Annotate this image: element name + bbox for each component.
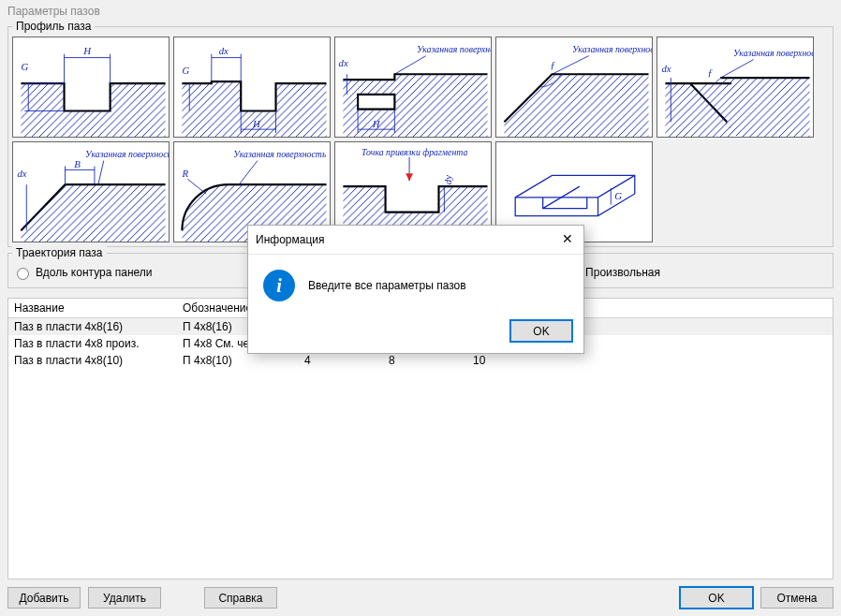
dim-dx: dx [219,45,229,56]
profile-thumbnails: H G dx [12,37,829,242]
info-icon: i [263,270,295,301]
dialog-body: i Введите все параметры пазов [248,255,583,313]
profile-single-chamfer[interactable]: Указанная поверхность ƒ [495,37,653,138]
dim-G2: G [182,65,189,76]
profile-side-slot[interactable]: Указанная поверхность dx H [334,37,492,138]
help-button[interactable]: Справка [204,587,277,609]
radio-contour-input[interactable] [17,268,29,280]
window-title: Параметры пазов [7,5,100,18]
dim-surface5: Указанная поверхность [733,48,813,58]
dim-fragment8: Точка привязки фрагмента [361,147,467,157]
add-button[interactable]: Добавить [7,587,81,609]
profile-rect-groove-dx[interactable]: dx G H [173,37,331,138]
dim-surface6: Указанная поверхность [85,149,169,159]
svg-line-27 [239,161,258,185]
dialog-titlebar: Информация ✕ [248,226,583,255]
titlebar: Параметры пазов [0,0,841,22]
table-row[interactable]: Паз в пласти 4х8(10) П 4х8(10) 4 8 10 [8,352,833,369]
cell: 4 [299,352,383,369]
dim-B6: B [74,158,81,169]
dialog-buttons: OK [248,313,583,353]
th-name: Название [8,299,177,318]
dim-surface4: Указанная поверхность [572,44,652,54]
dim-dx3: dx [339,57,348,68]
dim-G9: G [614,190,622,201]
dim-surface3: Указанная поверхность [417,44,491,54]
dim-fi4: ƒ [550,59,554,70]
profile-rect-groove[interactable]: H G [12,37,170,138]
cell: П 4х8(10) [177,352,299,369]
cell: Паз в пласти 4х8(16) [8,318,177,336]
groupbox-profiles: Профиль паза [7,26,834,247]
dialog-title-text: Информация [256,233,324,246]
profile-chamfer-b[interactable]: Указанная поверхность B dx [12,141,170,242]
svg-line-22 [98,161,104,185]
dim-surface7: Указанная поверхность [233,149,327,159]
cell: Паз в пласти 4х8(10) [8,352,177,369]
dim-fi5: ƒ [708,66,713,78]
dim-H: H [82,45,92,56]
dialog-message: Введите все параметры пазов [308,279,466,292]
dim-dx5: dx [661,63,671,74]
dim-H3: H [372,118,381,129]
ok-button[interactable]: OK [680,587,753,609]
cell: Паз в пласти 4х8 произ. [8,335,177,352]
button-row: Добавить Удалить Справка OK Отмена [7,579,834,609]
dim-R7: R [181,168,188,179]
profile-chamfer-dx[interactable]: Указанная поверхность dx ƒ [657,37,814,138]
groupbox-trajectory-label: Траектория паза [12,246,107,259]
groupbox-profiles-label: Профиль паза [12,20,95,33]
cell: 10 [467,352,833,369]
dim-H2: H [252,118,261,129]
dialog-ok-button[interactable]: OK [510,320,572,342]
info-dialog: Информация ✕ i Введите все параметры паз… [247,225,584,354]
dim-dy8: dy [442,175,453,184]
dim-dx6: dx [17,168,26,179]
delete-button[interactable]: Удалить [88,587,161,609]
radio-free[interactable]: Произвольная [585,266,660,279]
svg-line-14 [394,56,425,75]
svg-line-28 [187,179,206,194]
svg-line-20 [720,60,753,79]
radio-free-label: Произвольная [585,266,660,279]
svg-marker-30 [406,173,413,181]
cancel-button[interactable]: Отмена [760,587,834,609]
svg-line-19 [552,56,588,75]
radio-contour[interactable]: Вдоль контура панели [12,265,153,280]
close-icon[interactable]: ✕ [559,231,576,248]
dim-G: G [21,61,28,72]
radio-contour-label: Вдоль контура панели [36,266,153,279]
cell: 8 [383,352,467,369]
